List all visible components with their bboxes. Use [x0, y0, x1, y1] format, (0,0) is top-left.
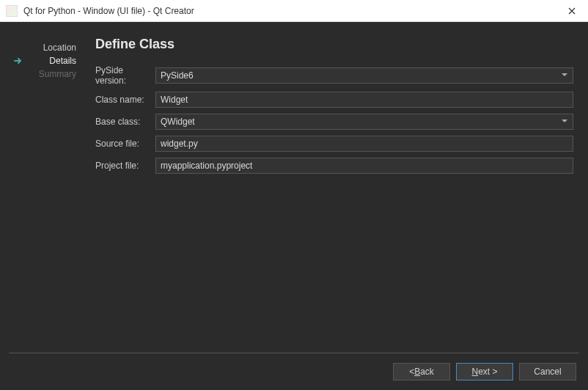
source-file-input[interactable] [155, 136, 573, 152]
project-file-input[interactable] [155, 158, 573, 174]
label-base-class: Base class: [95, 117, 155, 127]
content-area: Define Class PySide version: PySide6 Cla… [81, 37, 573, 353]
select-value: PySide6 [161, 70, 194, 81]
row-source-file: Source file: [95, 136, 573, 152]
cancel-button[interactable]: Cancel [519, 363, 576, 380]
step-summary: Summary [15, 67, 81, 81]
row-pyside: PySide version: PySide6 [95, 65, 573, 86]
label-project-file: Project file: [95, 161, 155, 171]
back-button[interactable]: < Back [393, 363, 450, 380]
chevron-down-icon [561, 117, 568, 127]
row-base-class: Base class: QWidget [95, 114, 573, 130]
row-project-file: Project file: [95, 158, 573, 174]
window-title: Qt for Python - Window (UI file) - Qt Cr… [23, 6, 194, 16]
class-name-input[interactable] [155, 92, 573, 108]
client-area: Location Details Summary Define Class Py… [0, 22, 588, 390]
page-title: Define Class [95, 37, 573, 52]
app-icon [6, 5, 18, 17]
label-source-file: Source file: [95, 139, 155, 149]
wizard-steps: Location Details Summary [15, 37, 81, 353]
step-details[interactable]: Details [15, 54, 81, 67]
arrow-right-icon [13, 56, 23, 66]
button-bar: < Back Next > Cancel [0, 353, 588, 390]
step-location[interactable]: Location [15, 41, 81, 54]
label-class-name: Class name: [95, 95, 155, 105]
pyside-version-select[interactable]: PySide6 [155, 67, 573, 84]
main-area: Location Details Summary Define Class Py… [0, 22, 588, 353]
titlebar: Qt for Python - Window (UI file) - Qt Cr… [0, 0, 588, 22]
base-class-select[interactable]: QWidget [155, 114, 573, 130]
close-button[interactable] [555, 0, 588, 22]
next-button[interactable]: Next > [456, 363, 513, 380]
label-pyside: PySide version: [95, 65, 155, 86]
select-value: QWidget [161, 117, 195, 127]
step-label: Summary [39, 69, 76, 79]
chevron-down-icon [561, 70, 568, 81]
step-label: Location [43, 43, 76, 53]
step-label: Details [49, 56, 76, 66]
close-icon [568, 7, 576, 15]
row-class-name: Class name: [95, 92, 573, 108]
